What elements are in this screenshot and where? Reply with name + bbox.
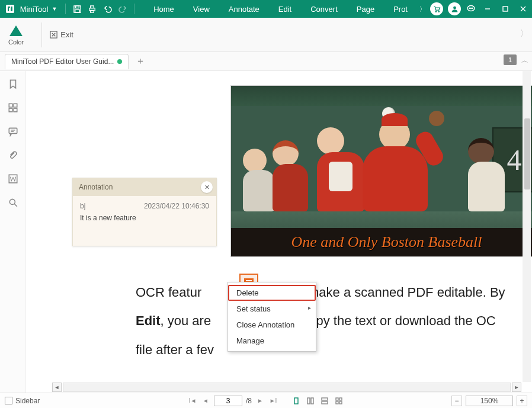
menu-view[interactable]: View (184, 0, 219, 18)
thumbnails-icon[interactable] (6, 101, 20, 115)
annotation-timestamp: 2023/04/22 10:46:30 (144, 202, 209, 210)
search-icon[interactable] (6, 195, 20, 210)
feedback-icon[interactable] (463, 0, 479, 18)
svg-point-12 (469, 8, 470, 8)
exit-button[interactable]: Exit (49, 30, 73, 39)
annotation-close-button[interactable]: ✕ (201, 181, 213, 193)
app-name: MiniTool (20, 5, 49, 14)
menu-overflow-icon[interactable]: 〉 (417, 5, 428, 14)
title-bar: MiniTool ▼ Home View Annotate Edit Conve… (0, 0, 532, 18)
first-page-icon[interactable]: I◄ (188, 396, 197, 406)
cart-icon[interactable] (430, 2, 443, 15)
document-viewport[interactable]: 4 (26, 71, 532, 393)
last-page-icon[interactable]: ►I (268, 396, 278, 406)
svg-point-10 (453, 6, 456, 9)
context-set-status[interactable]: Set status (228, 301, 316, 317)
svg-rect-36 (311, 398, 313, 404)
svg-rect-1 (11, 7, 12, 11)
menu-edit[interactable]: Edit (269, 0, 301, 18)
separator (65, 4, 66, 14)
content-area: 4 (0, 71, 532, 393)
view-grid-icon[interactable] (334, 396, 344, 406)
svg-point-14 (472, 8, 473, 8)
context-manage[interactable]: Manage (228, 333, 316, 349)
svg-rect-32 (246, 280, 252, 281)
close-button[interactable] (514, 0, 532, 18)
svg-rect-23 (14, 104, 17, 107)
svg-rect-38 (322, 401, 328, 404)
ribbon-expand-icon[interactable]: 〉 (520, 28, 528, 39)
context-close-annotation[interactable]: Close Annotation (228, 317, 316, 333)
banner-text: One and Only Boston Baseball (291, 233, 482, 251)
zoom-level[interactable]: 150% (466, 396, 513, 406)
next-page-icon[interactable]: ► (255, 396, 265, 406)
svg-rect-40 (339, 398, 342, 400)
svg-point-9 (438, 11, 439, 12)
svg-rect-6 (91, 5, 94, 8)
svg-rect-35 (307, 398, 310, 404)
svg-rect-39 (336, 398, 338, 400)
view-single-icon[interactable] (291, 396, 302, 406)
svg-rect-29 (9, 175, 17, 183)
menu-annotate[interactable]: Annotate (219, 0, 269, 18)
annotation-author: bj (80, 202, 85, 210)
vertical-scrollbar[interactable] (523, 71, 531, 382)
svg-rect-24 (9, 108, 12, 112)
prev-page-icon[interactable]: ◄ (201, 396, 210, 406)
print-icon[interactable] (85, 0, 100, 18)
menu-convert[interactable]: Convert (301, 0, 347, 18)
menu-protect[interactable]: Prot (384, 0, 417, 18)
separator (134, 4, 134, 14)
save-icon[interactable] (69, 0, 85, 18)
zoom-out-button[interactable]: − (451, 396, 462, 406)
left-sidebar (0, 71, 26, 393)
page-navigator: I◄ ◄ /8 ► ►I (188, 396, 344, 406)
svg-line-31 (14, 204, 17, 207)
svg-rect-3 (75, 5, 79, 8)
svg-point-30 (9, 199, 15, 204)
svg-rect-7 (91, 10, 94, 12)
app-dropdown-icon[interactable]: ▼ (52, 6, 57, 12)
color-tool[interactable]: Color (8, 24, 24, 46)
redo-icon[interactable] (115, 0, 130, 18)
annotation-popup: Annotation ✕ bj 2023/04/22 10:46:30 It i… (72, 178, 217, 246)
context-delete[interactable]: Delete (228, 285, 316, 301)
page-input[interactable] (214, 396, 242, 406)
svg-rect-26 (9, 128, 17, 133)
view-facing-icon[interactable] (319, 396, 330, 406)
zoom-in-button[interactable]: + (517, 396, 527, 406)
bookmark-icon[interactable] (6, 77, 20, 91)
menu-home[interactable]: Home (144, 0, 184, 18)
attachment-icon[interactable] (6, 148, 20, 162)
ribbon: Color Exit 〉 (0, 18, 532, 52)
minimize-button[interactable] (479, 0, 496, 18)
scroll-right-icon[interactable]: ► (512, 383, 521, 392)
annotation-header: Annotation ✕ (73, 178, 216, 196)
color-triangle-icon (9, 25, 23, 36)
svg-rect-4 (75, 9, 79, 12)
document-tab[interactable]: MiniTool PDF Editor User Guid... (5, 54, 129, 69)
document-tabs: MiniTool PDF Editor User Guid... ＋ 1 ︿ (0, 52, 532, 71)
color-label: Color (8, 38, 24, 46)
maximize-button[interactable] (496, 0, 514, 18)
document-image: 4 (230, 85, 532, 257)
comments-icon[interactable] (6, 124, 20, 139)
account-icon[interactable] (448, 2, 461, 15)
horizontal-scrollbar[interactable]: ◄ ► (52, 382, 521, 393)
undo-icon[interactable] (100, 0, 116, 18)
svg-rect-42 (339, 401, 342, 404)
sidebar-label: Sidebar (15, 397, 40, 405)
svg-rect-0 (6, 5, 14, 13)
exit-label: Exit (60, 30, 73, 39)
view-continuous-icon[interactable] (305, 396, 316, 406)
tab-title: MiniTool PDF Editor User Guid... (11, 57, 114, 66)
document-text: OCR featur till to make a scanned PDF ed… (136, 278, 514, 364)
menu-page[interactable]: Page (347, 0, 384, 18)
svg-rect-25 (14, 108, 17, 112)
add-tab-button[interactable]: ＋ (133, 54, 148, 69)
svg-point-13 (470, 8, 471, 8)
sidebar-checkbox[interactable] (5, 397, 12, 404)
scroll-left-icon[interactable]: ◄ (52, 383, 62, 392)
word-icon[interactable] (6, 172, 20, 186)
collapse-icon[interactable]: ︿ (521, 56, 528, 66)
